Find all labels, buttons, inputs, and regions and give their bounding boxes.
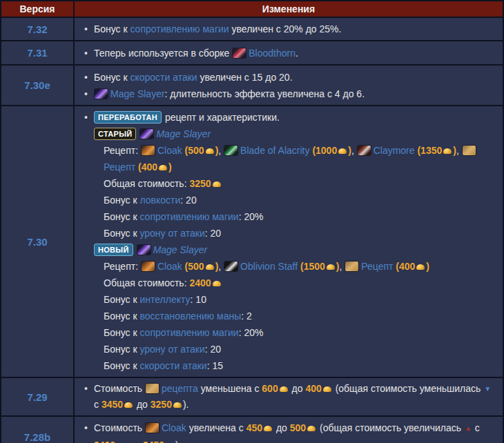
wiki-link[interactable]: урону от атаки (139, 344, 204, 355)
increase-arrow-icon: ▲ (464, 424, 472, 432)
text: увеличена с (186, 422, 246, 433)
text: до (289, 383, 306, 394)
gold-icon (206, 148, 214, 154)
gold-icon (280, 386, 288, 392)
wiki-link[interactable]: рецепта (162, 383, 198, 394)
wiki-link[interactable]: Cloak (157, 145, 182, 156)
gold-icon (338, 148, 347, 154)
change-line: Бонус к скорости атаки увеличен с 15 до … (83, 69, 496, 86)
wiki-link[interactable]: сопротивлению магии (139, 327, 238, 338)
text: Общая стоимость: (104, 178, 189, 189)
version-cell: 7.30e (1, 66, 75, 105)
oblivion-icon[interactable] (224, 262, 238, 271)
text: Бонус к (104, 195, 139, 206)
gold-value: 3400 (94, 440, 115, 443)
recipe-icon[interactable] (146, 384, 159, 393)
gold-icon (159, 165, 167, 170)
gold-value: (1500 (298, 261, 325, 272)
text: до (126, 440, 143, 443)
wiki-link[interactable]: Bloodthorn (249, 48, 295, 59)
wiki-link[interactable]: Blade of Alacrity (240, 145, 309, 156)
cloak-icon[interactable] (142, 262, 155, 271)
text: : длительность эффекта увеличена с 4 до … (165, 88, 365, 99)
wiki-link[interactable]: интеллекту (139, 294, 190, 305)
changes-cell: Стоимость Cloak увеличена с 450 до 500 (… (75, 417, 503, 443)
text: уменьшена с (198, 383, 262, 394)
change-line: ПЕРЕРАБОТАНрецепт и характеристики. (83, 109, 496, 126)
wiki-link[interactable]: Рецепт (361, 261, 393, 272)
changes-cell: Бонус к скорости атаки увеличен с 15 до … (75, 66, 503, 105)
new-badge: НОВЫЙ (94, 244, 133, 256)
blade-icon[interactable] (224, 146, 238, 155)
change-line: Бонус к сопротивлению магии: 20% (83, 324, 496, 341)
text: (общая стоимость уменьшилась (333, 383, 483, 394)
text: , (218, 261, 224, 272)
wiki-link[interactable]: ловкости (139, 195, 180, 206)
wiki-link[interactable]: Mage Slayer (110, 88, 165, 99)
text: : 20% (239, 211, 264, 222)
text: : 20 (180, 195, 196, 206)
table-row: 7.32Бонус к сопротивлению магии увеличен… (1, 17, 503, 40)
wiki-link[interactable]: Cloak (162, 422, 186, 433)
wiki-link[interactable]: Oblivion Staff (240, 261, 298, 272)
gold-icon (307, 426, 316, 431)
wiki-link[interactable]: Cloak (157, 261, 182, 272)
text: : 20% (239, 327, 264, 338)
text: Стоимость (94, 383, 145, 394)
text: (общая стоимость увеличилась (317, 422, 464, 433)
gold-icon (213, 181, 221, 187)
version-link[interactable]: 7.32 (27, 23, 47, 35)
change-line: НОВЫЙMage Slayer (83, 242, 496, 258)
mageslayer-icon[interactable] (95, 89, 108, 99)
cloak-icon[interactable] (142, 146, 155, 155)
table-row: 7.31Теперь используется в сборке Bloodth… (1, 40, 503, 64)
version-link[interactable]: 7.29 (27, 391, 47, 403)
claymore-icon[interactable] (358, 146, 371, 155)
wiki-link[interactable]: скорости атаки (139, 360, 206, 371)
version-link[interactable]: 7.30e (24, 79, 50, 91)
wiki-link[interactable]: урону от атаки (139, 228, 204, 239)
cloak-icon[interactable] (146, 423, 159, 433)
text: : 10 (191, 294, 206, 305)
changes-cell: Стоимость рецепта уменьшена с 600 до 400… (75, 378, 503, 415)
gold-icon (264, 426, 272, 431)
change-line: Стоимость рецепта уменьшена с 600 до 400… (83, 381, 496, 413)
gold-icon (327, 264, 335, 270)
changelog-table: Версия Изменения 7.32Бонус к сопротивлен… (0, 0, 504, 443)
text: : 15 (207, 360, 223, 371)
wiki-link[interactable]: Mage Slayer (153, 244, 208, 255)
version-link[interactable]: 7.30 (27, 236, 47, 248)
gold-icon (124, 402, 133, 408)
text: Рецепт: (104, 261, 141, 272)
gold-icon (323, 386, 331, 392)
change-line: Бонус к скорости атаки: 15 (83, 357, 496, 374)
gold-value: ) (168, 161, 172, 173)
version-link[interactable]: 7.31 (27, 47, 47, 59)
mageslayer-icon[interactable] (140, 129, 153, 139)
version-cell: 7.29 (1, 378, 75, 415)
recipe-icon[interactable] (345, 262, 358, 271)
wiki-link[interactable]: скорости атаки (130, 72, 197, 83)
wiki-link[interactable]: Mage Slayer (156, 128, 211, 139)
wiki-link[interactable]: Рецепт (104, 161, 135, 173)
bloodthorn-icon[interactable] (233, 48, 246, 58)
changes-cell: Теперь используется в сборке Bloodthorn. (75, 41, 503, 64)
gold-value: 500 (290, 422, 306, 433)
recipe-icon[interactable] (463, 146, 476, 155)
text: с (472, 422, 480, 433)
gold-value: 400 (305, 383, 321, 394)
version-link[interactable]: 7.28b (24, 431, 50, 443)
gold-icon (213, 281, 221, 286)
change-line: Бонус к урону от атаки: 20 (83, 225, 496, 242)
text: Бонус к (104, 228, 139, 239)
wiki-link[interactable]: сопротивлению магии (139, 211, 238, 222)
gold-icon (443, 148, 452, 154)
text: . (295, 48, 298, 59)
text: , (340, 261, 345, 272)
mageslayer-icon[interactable] (137, 245, 151, 255)
wiki-link[interactable]: восстановлению маны (139, 311, 241, 322)
table-body: 7.32Бонус к сопротивлению магии увеличен… (1, 17, 503, 443)
gold-value: 3250 (151, 399, 172, 410)
wiki-link[interactable]: Claymore (374, 145, 415, 156)
wiki-link[interactable]: сопротивлению магии (130, 23, 229, 35)
